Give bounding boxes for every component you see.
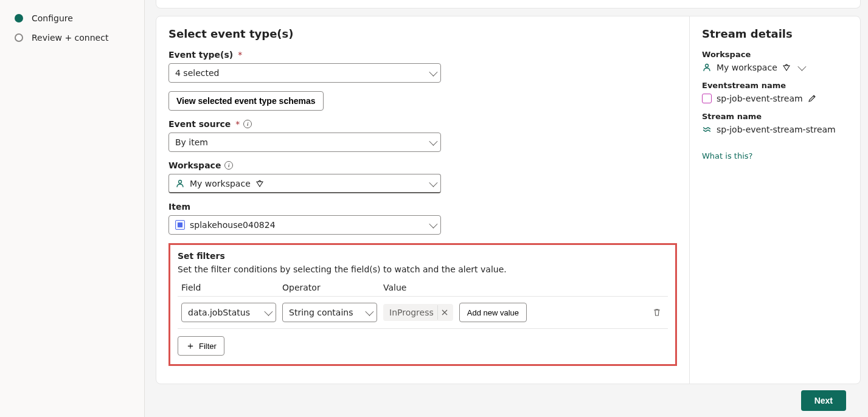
details-streamname-row: sp-job-event-stream-stream: [702, 125, 848, 134]
add-new-value-button[interactable]: Add new value: [459, 303, 527, 322]
filter-col-operator-header: Operator: [282, 283, 383, 292]
event-source-value: By item: [175, 137, 208, 147]
set-filters-description: Set the filter conditions by selecting t…: [178, 264, 668, 274]
eventstream-icon: [702, 94, 712, 103]
details-workspace-value: My workspace: [717, 63, 777, 72]
next-button[interactable]: Next: [801, 390, 846, 411]
set-filters-title: Set filters: [178, 251, 668, 261]
details-eventstream-label: Eventstream name: [702, 81, 848, 90]
filter-col-field-header: Field: [181, 283, 282, 292]
event-source-dropdown[interactable]: By item: [168, 133, 441, 152]
filter-field-value: data.jobStatus: [188, 308, 250, 317]
details-eventstream-row: sp-job-event-stream: [702, 94, 848, 103]
chevron-down-icon: [797, 63, 806, 71]
workspace-label: Workspace i: [168, 160, 677, 170]
what-is-this-link[interactable]: What is this?: [702, 151, 752, 160]
info-icon[interactable]: i: [243, 120, 252, 128]
details-eventstream-value: sp-job-event-stream: [717, 94, 803, 103]
workspace-dropdown[interactable]: My workspace: [168, 174, 441, 193]
section-title: Select event type(s): [168, 27, 677, 40]
plus-icon: ＋: [186, 341, 195, 351]
chevron-down-icon: [429, 178, 437, 187]
diamond-icon: [782, 63, 791, 72]
stream-icon: [702, 125, 712, 134]
step-label: Configure: [32, 13, 73, 23]
step-configure[interactable]: Configure: [15, 9, 138, 28]
event-source-label: Event source* i: [168, 119, 677, 129]
filter-field-dropdown[interactable]: data.jobStatus: [181, 303, 276, 322]
add-filter-button[interactable]: ＋ Filter: [178, 336, 224, 356]
filter-row: data.jobStatus String contains InProgres…: [178, 296, 668, 329]
details-streamname-label: Stream name: [702, 112, 848, 121]
item-label: Item: [168, 202, 677, 212]
set-filters-section: Set filters Set the filter conditions by…: [168, 243, 677, 366]
item-value: splakehouse040824: [190, 220, 276, 230]
item-dropdown[interactable]: splakehouse040824: [168, 215, 441, 235]
filter-operator-value: String contains: [289, 308, 353, 317]
view-schemas-button[interactable]: View selected event type schemas: [168, 91, 324, 111]
workspace-value: My workspace: [190, 179, 251, 188]
previous-panel-edge: [156, 0, 861, 9]
remove-value-button[interactable]: [437, 305, 452, 320]
event-types-dropdown[interactable]: 4 selected: [168, 63, 441, 83]
svg-point-1: [706, 64, 709, 67]
chevron-down-icon: [264, 308, 273, 316]
chevron-down-icon: [429, 220, 437, 229]
filter-value-chip: InProgress: [383, 304, 453, 321]
step-dot-active-icon: [15, 14, 23, 22]
filter-col-value-header: Value: [383, 283, 668, 292]
step-review-connect[interactable]: Review + connect: [15, 28, 138, 47]
details-workspace-label: Workspace: [702, 50, 848, 59]
stream-details-title: Stream details: [702, 27, 848, 40]
info-icon[interactable]: i: [224, 161, 233, 170]
lakehouse-icon: [175, 220, 185, 230]
wizard-steps-sidebar: Configure Review + connect: [0, 0, 145, 417]
delete-filter-button[interactable]: [650, 305, 664, 320]
chevron-down-icon: [429, 68, 437, 77]
person-icon: [175, 179, 185, 188]
filter-operator-dropdown[interactable]: String contains: [282, 303, 377, 322]
details-streamname-value: sp-job-event-stream-stream: [717, 125, 836, 134]
chevron-down-icon: [365, 308, 373, 316]
chevron-down-icon: [429, 137, 437, 146]
event-types-value: 4 selected: [175, 68, 219, 78]
filter-value-text: InProgress: [389, 308, 434, 317]
diamond-icon: [255, 179, 264, 188]
step-dot-icon: [15, 33, 23, 42]
person-icon: [702, 63, 712, 72]
edit-icon[interactable]: [808, 94, 816, 103]
event-types-label: Event type(s)*: [168, 50, 677, 60]
svg-point-0: [179, 180, 182, 183]
step-label: Review + connect: [32, 33, 108, 43]
details-workspace-row[interactable]: My workspace: [702, 63, 848, 72]
